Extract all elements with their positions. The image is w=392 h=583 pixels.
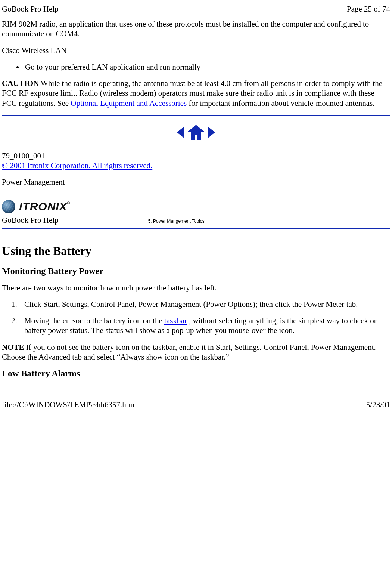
footer-date: 5/23/01 (366, 400, 390, 410)
note-paragraph: NOTE If you do not see the battery icon … (2, 342, 390, 362)
optional-equipment-link[interactable]: Optional Equipment and Accessories (71, 99, 187, 108)
cisco-heading: Cisco Wireless LAN (2, 46, 390, 55)
taskbar-link[interactable]: taskbar (164, 316, 187, 325)
low-battery-heading: Low Battery Alarms (2, 368, 390, 379)
caution-paragraph: CAUTION While the radio is operating, th… (2, 78, 390, 108)
brand-name: ITRONIX (19, 200, 67, 213)
document-id: 79_0100_001 (2, 151, 390, 161)
section-divider-2 (2, 228, 390, 229)
home-icon[interactable] (189, 125, 203, 140)
caution-text-2: for important information about vehicle-… (187, 99, 374, 108)
prev-arrow-icon[interactable] (177, 126, 184, 138)
nav-icon-row (2, 125, 390, 140)
help-label: GoBook Pro Help (2, 216, 59, 225)
intro-paragraph: RIM 902M radio, an application that uses… (2, 19, 390, 39)
brand-logo: ITRONIX® (2, 200, 390, 213)
section-divider (2, 115, 390, 116)
step-1: Click Start, Settings, Control Panel, Po… (19, 299, 390, 309)
section-label: Power Management (2, 177, 390, 187)
caution-label: CAUTION (2, 79, 39, 88)
monitoring-heading: Monitoring Battery Power (2, 266, 390, 276)
header-title: GoBook Pro Help (2, 4, 59, 14)
note-text: If you do not see the battery icon on th… (2, 343, 376, 361)
using-battery-heading: Using the Battery (2, 244, 390, 258)
topic-label: 5. Power Mangement Topics (148, 219, 205, 224)
lan-bullet: Go to your preferred LAN application and… (24, 62, 390, 72)
footer-path: file://C:\WINDOWS\TEMP\~hh6357.htm (2, 400, 134, 410)
step-2: Moving the cursor to the battery icon on… (19, 316, 390, 336)
twoways-paragraph: There are two ways to monitor how much p… (2, 283, 390, 293)
registered-mark: ® (67, 201, 70, 205)
page-number: Page 25 of 74 (347, 4, 390, 14)
step-2a: Moving the cursor to the battery icon on… (24, 316, 164, 325)
brand-text: ITRONIX® (19, 200, 70, 213)
next-arrow-icon[interactable] (208, 126, 215, 138)
copyright-link[interactable]: © 2001 Itronix Corporation. All rights r… (2, 161, 152, 170)
globe-icon (2, 200, 15, 213)
note-label: NOTE (2, 343, 24, 352)
